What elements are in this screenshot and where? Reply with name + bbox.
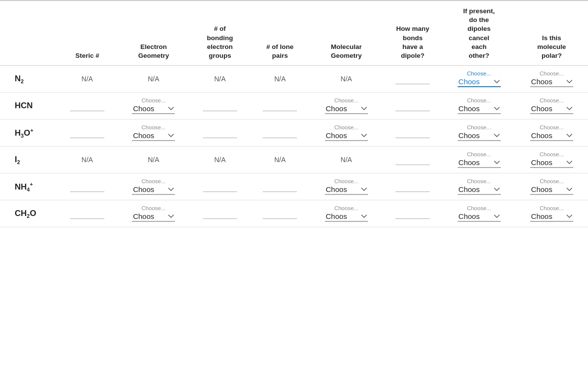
table-cell (57, 93, 118, 120)
dropdown-cell: Choose...Choos (121, 124, 186, 141)
polar-cell: Choose...Choos (515, 66, 588, 93)
table-row: N2N/AN/AN/AN/AN/AChoose...ChoosChoose...… (0, 66, 588, 93)
na-value: N/A (81, 156, 93, 164)
header-bonds-dipole: How manybondshave adipole? (383, 0, 443, 66)
dropdown-select[interactable]: Choos (132, 212, 175, 222)
text-input[interactable] (263, 209, 297, 219)
text-input[interactable] (395, 182, 430, 192)
dipoles-cancel-cell: Choose...Choos (442, 146, 515, 173)
dropdown-select[interactable]: Choos (132, 104, 175, 114)
dropdown-cell: Choose...Choos (519, 124, 584, 141)
dropdown-placeholder-label: Choose... (334, 205, 358, 211)
table-cell (383, 200, 443, 227)
text-input[interactable] (395, 128, 430, 138)
dropdown-select[interactable]: Choos (458, 212, 501, 222)
chemistry-table: Steric # ElectronGeometry # ofbondingele… (0, 0, 588, 227)
text-input[interactable] (70, 182, 104, 192)
dropdown-cell: Choose...Choos (519, 97, 584, 114)
table-cell (383, 93, 443, 120)
text-input[interactable] (395, 155, 430, 165)
polar-cell: Choose...Choos (515, 173, 588, 200)
header-dipoles-cancel: If present,do thedipolescanceleachother? (442, 0, 515, 66)
molecule-label: NH4+ (0, 173, 57, 200)
dropdown-select[interactable]: Choos (458, 185, 501, 195)
dropdown-select[interactable]: Choos (530, 185, 573, 195)
dropdown-placeholder-label: Choose... (539, 124, 564, 130)
text-input[interactable] (70, 209, 104, 219)
na-value: N/A (274, 75, 286, 83)
dropdown-placeholder-label: Choose... (467, 97, 491, 103)
dropdown-placeholder-label: Choose... (539, 205, 564, 211)
table-row: NH4+Choose...ChoosChoose...ChoosChoose..… (0, 173, 588, 200)
dipoles-cancel-cell: Choose...Choos (442, 173, 515, 200)
text-input[interactable] (203, 101, 237, 111)
molecule-label: I2 (0, 146, 57, 173)
dropdown-select[interactable]: Choos (325, 212, 368, 222)
table-cell (190, 120, 250, 146)
dropdown-select[interactable]: Choos (530, 77, 573, 87)
dropdown-cell: Choose...Choos (121, 205, 186, 222)
dropdown-select[interactable]: Choos (458, 77, 501, 87)
na-value: N/A (341, 156, 352, 164)
na-value: N/A (274, 156, 286, 164)
text-input[interactable] (203, 209, 237, 219)
text-input[interactable] (395, 209, 430, 219)
dropdown-select[interactable]: Choos (458, 131, 501, 141)
dropdown-select[interactable]: Choos (132, 185, 175, 195)
dropdown-select[interactable]: Choos (325, 131, 368, 141)
molecular-geometry-cell: N/A (310, 146, 383, 173)
na-value: N/A (214, 156, 225, 164)
text-input[interactable] (263, 101, 297, 111)
dipoles-cancel-cell: Choose...Choos (442, 66, 515, 93)
dropdown-cell: Choose...Choos (446, 97, 511, 114)
dropdown-select[interactable]: Choos (530, 158, 573, 168)
dropdown-select[interactable]: Choos (530, 212, 573, 222)
molecular-geometry-cell: Choose...Choos (310, 120, 383, 146)
text-input[interactable] (263, 182, 297, 192)
molecule-label: CH2O (0, 200, 57, 227)
dropdown-select[interactable]: Choos (132, 131, 175, 141)
dropdown-select[interactable]: Choos (325, 185, 368, 195)
text-input[interactable] (395, 74, 430, 84)
dropdown-select[interactable]: Choos (458, 104, 501, 114)
dropdown-cell: Choose...Choos (121, 97, 186, 114)
text-input[interactable] (70, 101, 104, 111)
dropdown-placeholder-label: Choose... (334, 124, 358, 130)
electron-geometry-cell: Choose...Choos (117, 200, 190, 227)
dropdown-placeholder-label: Choose... (539, 178, 564, 184)
na-value: N/A (148, 156, 159, 164)
electron-geometry-cell: Choose...Choos (117, 120, 190, 146)
lone-pairs-cell: N/A (250, 146, 310, 173)
dropdown-placeholder-label: Choose... (539, 151, 564, 157)
dropdown-cell: Choose...Choos (446, 124, 511, 141)
header-bonding-groups: # ofbondingelectrongroups (190, 0, 250, 66)
molecular-geometry-cell: Choose...Choos (310, 93, 383, 120)
dropdown-cell: Choose...Choos (314, 205, 379, 222)
text-input[interactable] (70, 128, 104, 138)
table-cell (190, 173, 250, 200)
table-cell (57, 173, 118, 200)
text-input[interactable] (203, 128, 237, 138)
dropdown-placeholder-label: Choose... (467, 178, 491, 184)
table-row: H3O+Choose...ChoosChoose...ChoosChoose..… (0, 120, 588, 146)
molecular-geometry-cell: Choose...Choos (310, 173, 383, 200)
molecule-label: H3O+ (0, 120, 57, 146)
dropdown-select[interactable]: Choos (325, 104, 368, 114)
text-input[interactable] (263, 128, 297, 138)
header-lone-pairs: # of lonepairs (250, 0, 310, 66)
text-input[interactable] (395, 101, 430, 111)
na-value: N/A (148, 75, 159, 83)
polar-cell: Choose...Choos (515, 146, 588, 173)
header-molecule (0, 0, 57, 66)
dipoles-cancel-cell: Choose...Choos (442, 120, 515, 146)
dropdown-cell: Choose...Choos (446, 205, 511, 222)
header-steric: Steric # (57, 0, 118, 66)
polar-cell: Choose...Choos (515, 200, 588, 227)
dropdown-select[interactable]: Choos (530, 131, 573, 141)
dropdown-select[interactable]: Choos (458, 158, 501, 168)
steric-cell: N/A (57, 66, 118, 93)
dropdown-select[interactable]: Choos (530, 104, 573, 114)
dropdown-cell: Choose...Choos (519, 205, 584, 222)
text-input[interactable] (203, 182, 237, 192)
lone-pairs-cell: N/A (250, 66, 310, 93)
